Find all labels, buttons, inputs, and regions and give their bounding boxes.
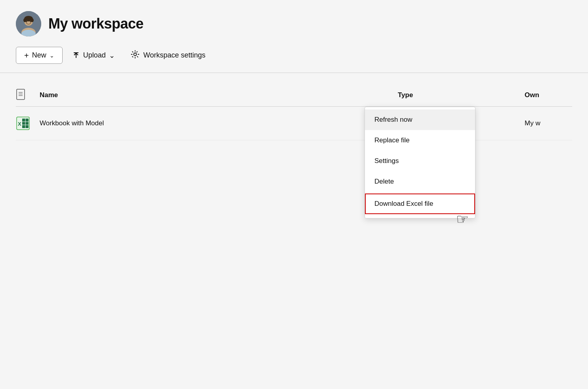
row-item-name: Workbook with Model [40, 119, 398, 127]
chevron-down-icon: ⌄ [50, 52, 54, 59]
svg-text:X: X [18, 121, 21, 127]
avatar [16, 11, 41, 36]
new-label: New [32, 51, 46, 59]
content-area: Name Type Own X Workbook with Model · [0, 73, 588, 140]
context-menu-delete[interactable]: Delete [365, 171, 475, 192]
svg-point-11 [134, 53, 136, 56]
upload-chevron-icon: ⌄ [109, 51, 115, 60]
workspace-title-row: My workspace [16, 11, 572, 36]
gear-icon [131, 50, 139, 61]
toolbar: + New ⌄ Upload ⌄ [16, 46, 572, 73]
main-container: My workspace + New ⌄ Upload ⌄ [0, 0, 588, 389]
workspace-title: My workspace [48, 15, 143, 32]
workspace-settings-button[interactable]: Workspace settings [124, 46, 212, 65]
header: My workspace + New ⌄ Upload ⌄ [0, 0, 588, 73]
svg-point-7 [26, 21, 27, 23]
upload-label: Upload [83, 51, 106, 59]
upload-button[interactable]: Upload ⌄ [66, 47, 121, 64]
context-menu-refresh[interactable]: Refresh now [365, 109, 475, 130]
new-button[interactable]: + New ⌄ [16, 47, 63, 64]
col-icon-header [16, 89, 40, 102]
row-owner: My w [525, 119, 572, 127]
context-menu-replace[interactable]: Replace file [365, 130, 475, 151]
cursor-pointer-icon: ☞ [456, 211, 469, 228]
svg-rect-12 [17, 89, 25, 100]
table-header: Name Type Own [16, 84, 572, 107]
row-excel-icon: X [16, 116, 40, 130]
context-menu-download-excel[interactable]: Download Excel file ☞ [365, 194, 475, 214]
workspace-settings-label: Workspace settings [143, 51, 206, 59]
context-menu: Refresh now Replace file Settings Delete… [365, 107, 475, 218]
table-row[interactable]: X Workbook with Model ··· Workbook My w … [16, 107, 572, 140]
col-type-header: Type [398, 91, 525, 99]
col-owner-header: Own [525, 91, 572, 99]
col-name-header: Name [40, 91, 398, 99]
svg-point-8 [30, 21, 31, 23]
plus-icon: + [24, 52, 29, 59]
upload-arrow-icon [72, 52, 80, 59]
context-menu-settings[interactable]: Settings [365, 151, 475, 171]
